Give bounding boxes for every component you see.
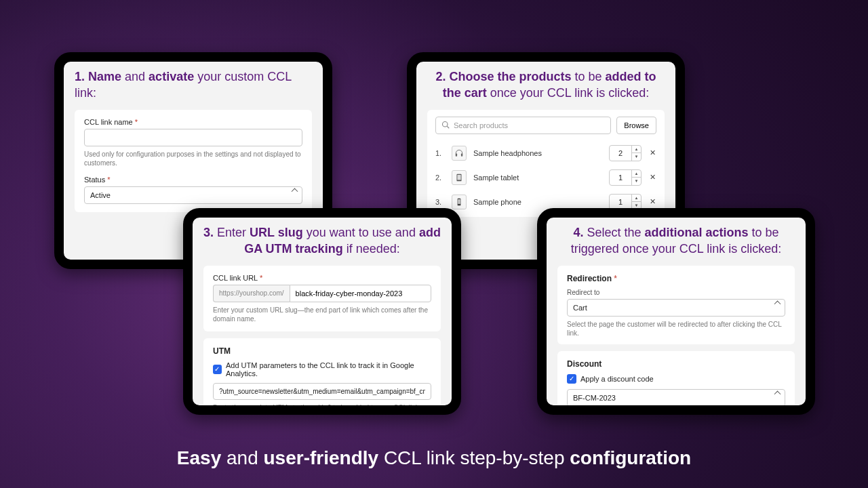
svg-rect-3 <box>461 153 462 156</box>
remove-button[interactable]: ✕ <box>648 173 656 182</box>
phone-icon <box>454 197 464 207</box>
utm-card: UTM ✓ Add UTM parameters to the CCL link… <box>203 338 441 415</box>
svg-point-8 <box>459 204 460 205</box>
step-up-icon: ▲ <box>632 170 641 178</box>
url-label: CCL link URL * <box>213 274 431 282</box>
svg-line-1 <box>447 126 449 128</box>
url-card: CCL link URL * https://yourshop.com/ Ent… <box>203 266 441 331</box>
search-placeholder: Search products <box>454 121 508 129</box>
svg-rect-5 <box>457 175 460 180</box>
utm-checkbox[interactable]: ✓ <box>213 365 222 374</box>
discount-checkbox[interactable]: ✓ <box>567 374 576 384</box>
step2-card: Search products Browse 1. Sample headpho… <box>427 110 665 217</box>
product-index: 1. <box>435 149 445 157</box>
url-slug-input[interactable] <box>290 285 431 302</box>
quantity-stepper[interactable]: 1 ▲▼ <box>609 169 642 186</box>
discount-select[interactable]: BF-CM-2023 <box>567 389 785 407</box>
discount-checkbox-label: Apply a discount code <box>580 375 654 383</box>
product-thumb <box>452 170 467 185</box>
redirect-hint: Select the page the customer will be red… <box>567 320 785 338</box>
status-select-wrap: Active <box>84 186 302 204</box>
remove-button[interactable]: ✕ <box>648 148 656 157</box>
step-up-icon: ▲ <box>632 146 641 154</box>
tagline: Easy and user-friendly CCL link step-by-… <box>0 447 868 469</box>
step1-card: CCL link name * Used only for configurat… <box>75 110 312 212</box>
headphones-icon <box>454 148 464 158</box>
utm-checkbox-label: Add UTM parameters to the CCL link to tr… <box>226 361 431 378</box>
ccl-name-label: CCL link name * <box>84 118 302 126</box>
status-label: Status * <box>84 176 302 184</box>
search-icon <box>441 121 450 130</box>
redirect-select[interactable]: Cart <box>567 299 785 317</box>
quantity-stepper[interactable]: 2 ▲▼ <box>609 145 642 161</box>
utm-hint: Paste the complete UTM starting with ? t… <box>213 403 431 412</box>
step2-title: 2. Choose the products to be added to th… <box>427 68 665 102</box>
step-down-icon: ▼ <box>632 153 641 161</box>
redirect-card: Redirection * Redirect to Cart Select th… <box>557 266 795 344</box>
product-search-input[interactable]: Search products <box>435 117 611 134</box>
quantity-stepper[interactable]: 1 ▲▼ <box>609 194 642 210</box>
svg-rect-2 <box>456 153 457 156</box>
product-name: Sample phone <box>473 198 602 206</box>
url-prefix: https://yourshop.com/ <box>213 285 290 302</box>
redirect-select-wrap: Cart <box>567 299 785 317</box>
step3-title: 3. Enter URL slug you want to use and ad… <box>203 224 441 258</box>
discount-select-wrap: BF-CM-2023 <box>567 389 785 407</box>
product-thumb <box>452 146 467 161</box>
step4-panel: 4. Select the additional actions to be t… <box>537 208 815 415</box>
discount-heading: Discount <box>567 359 785 369</box>
product-thumb <box>452 195 467 209</box>
utm-input[interactable] <box>213 383 431 400</box>
tablet-icon <box>454 173 464 182</box>
discount-hint: Select an existing discount code to be a… <box>567 410 785 415</box>
browse-button[interactable]: Browse <box>616 117 656 134</box>
product-index: 2. <box>435 174 445 182</box>
product-name: Sample tablet <box>473 174 602 182</box>
product-index: 3. <box>435 198 445 206</box>
step-down-icon: ▼ <box>632 178 641 185</box>
remove-button[interactable]: ✕ <box>648 197 656 206</box>
utm-heading: UTM <box>213 346 431 356</box>
url-hint: Enter your custom URL slug—the end part … <box>213 306 431 323</box>
discount-card: Discount ✓ Apply a discount code BF-CM-2… <box>557 351 795 415</box>
svg-point-0 <box>443 121 448 127</box>
step-up-icon: ▲ <box>632 195 641 203</box>
ccl-name-hint: Used only for configuration purposes in … <box>84 150 302 167</box>
step3-panel: 3. Enter URL slug you want to use and ad… <box>183 208 461 415</box>
ccl-name-input[interactable] <box>84 129 302 146</box>
redirect-heading: Redirection * <box>567 274 785 283</box>
step1-title: 1. Name and activate your custom CCL lin… <box>75 68 312 102</box>
svg-rect-7 <box>458 199 460 204</box>
status-select[interactable]: Active <box>84 186 302 204</box>
product-row: 1. Sample headphones 2 ▲▼ ✕ <box>435 141 656 165</box>
step4-title: 4. Select the additional actions to be t… <box>557 224 795 258</box>
product-row: 2. Sample tablet 1 ▲▼ ✕ <box>435 165 656 190</box>
product-name: Sample headphones <box>473 149 602 157</box>
redirect-to-label: Redirect to <box>567 289 785 296</box>
